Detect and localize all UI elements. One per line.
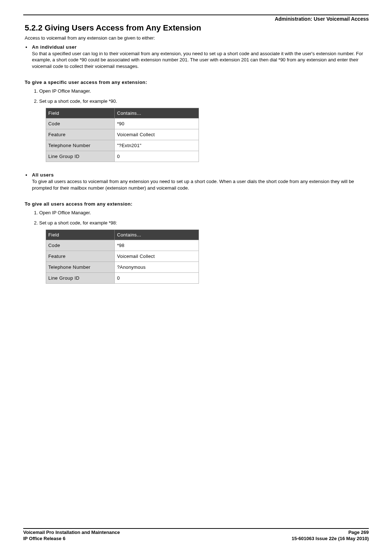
table-cell-label: Line Group ID [46,151,115,162]
table-cell-label: Feature [46,129,115,140]
document-page: Administration: User Voicemail Access 5.… [0,0,392,555]
sub-heading-specific-user: To give a specific user access from any … [25,80,369,85]
footer-row-1: Voicemail Pro Installation and Maintenan… [23,530,369,535]
sub-heading-all-users: To give all users access from any extens… [25,201,369,207]
list-item: Open IP Office Manager. [39,210,369,216]
bullet-list-1: An individual user So that a specified u… [25,44,369,70]
short-code-table-2: Field Contains... Code *98 Feature Voice… [46,230,199,284]
bullet-list-2: All users To give all users access to vo… [25,172,369,191]
footer-rule [23,528,369,529]
table-row: Line Group ID 0 [46,151,199,162]
list-item: Set up a short code, for example *90. [39,98,369,105]
table-cell-label: Telephone Number [46,262,115,273]
list-item: An individual user So that a specified u… [25,44,369,70]
footer-row-2: IP Office Release 6 15-601063 Issue 22e … [23,536,369,541]
table-row: Feature Voicemail Collect [46,251,199,262]
table-cell-value: "?Extn201" [115,140,199,151]
table-header-field: Field [46,230,115,240]
table-row: Telephone Number "?Extn201" [46,140,199,151]
header-rule [23,15,369,15]
footer-right-1: Page 269 [348,530,369,535]
table-cell-label: Feature [46,251,115,262]
table-cell-value: 0 [115,273,199,284]
bullet-lead: An individual user [32,44,77,50]
table-cell-value: 0 [115,151,199,162]
table-cell-value: *90 [115,118,199,129]
table-cell-label: Code [46,118,115,129]
table-cell-label: Line Group ID [46,273,115,284]
table-cell-value: ?Anonymous [115,262,199,273]
steps-list-2: Open IP Office Manager. Set up a short c… [39,210,369,226]
table-row: Line Group ID 0 [46,273,199,284]
footer-right-2: 15-601063 Issue 22e (16 May 2010) [292,536,369,541]
table-cell-value: Voicemail Collect [115,129,199,140]
table-header-contains: Contains... [115,108,199,118]
page-footer: Voicemail Pro Installation and Maintenan… [23,528,369,541]
list-item: Set up a short code, for example *98: [39,220,369,226]
header-right-text: Administration: User Voicemail Access [23,16,369,22]
intro-paragraph: Access to voicemail from any extension c… [25,35,369,41]
table-cell-value: Voicemail Collect [115,251,199,262]
list-item: Open IP Office Manager. [39,88,369,94]
table-header-row: Field Contains... [46,230,199,240]
bullet-description: To give all users access to voicemail fr… [32,178,369,191]
table-header-field: Field [46,108,115,118]
steps-list-1: Open IP Office Manager. Set up a short c… [39,88,369,104]
table-cell-value: *98 [115,240,199,251]
short-code-table-1: Field Contains... Code *90 Feature Voice… [46,108,199,162]
bullet-description: So that a specified user can log in to t… [32,50,369,70]
bullet-lead: All users [32,172,54,178]
list-item: All users To give all users access to vo… [25,172,369,191]
table-header-contains: Contains... [115,230,199,240]
footer-left-1: Voicemail Pro Installation and Maintenan… [23,530,120,535]
table-row: Code *98 [46,240,199,251]
table-row: Feature Voicemail Collect [46,129,199,140]
section-title: 5.2.2 Giving Users Access from Any Exten… [25,23,369,33]
table-cell-label: Code [46,240,115,251]
table-header-row: Field Contains... [46,108,199,118]
footer-left-2: IP Office Release 6 [23,536,65,541]
table-cell-label: Telephone Number [46,140,115,151]
table-row: Telephone Number ?Anonymous [46,262,199,273]
table-row: Code *90 [46,118,199,129]
